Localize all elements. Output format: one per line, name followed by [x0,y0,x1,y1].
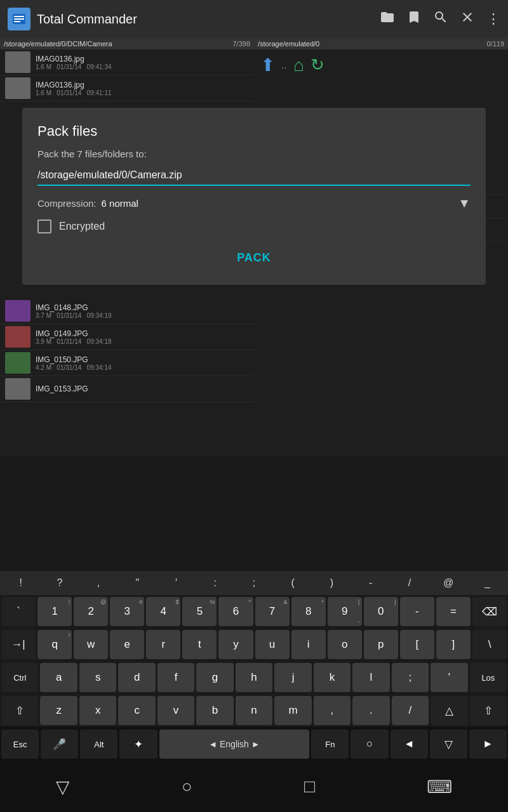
key-7[interactable]: 7& [255,597,290,626]
key-colon[interactable]: : [196,573,234,593]
key-tab[interactable]: →| [1,630,36,659]
key-a[interactable]: a [40,663,77,692]
key-semicolon[interactable]: ; [234,573,273,593]
key-question[interactable]: ? [40,573,79,593]
key-6[interactable]: 6^ [218,597,253,626]
key-q[interactable]: q! [37,630,72,659]
key-apostrophe[interactable]: ' [431,663,467,692]
folder-icon[interactable] [380,10,395,29]
home-icon[interactable]: ⌂ [293,55,304,75]
key-j[interactable]: j [274,663,311,692]
key-0[interactable]: 0) [364,597,398,626]
key-lparen[interactable]: ( [274,573,312,593]
backspace-key[interactable]: ⌫ [472,597,507,626]
mic-key[interactable]: 🎤 [41,730,78,759]
key-r[interactable]: r [146,630,180,659]
key-u[interactable]: u [255,630,290,659]
key-minus[interactable]: - [400,597,434,626]
dropdown-arrow-icon[interactable]: ▼ [458,196,471,211]
key-3[interactable]: 3# [110,597,144,626]
key-exclaim[interactable]: ! [1,573,40,593]
shift-left-key[interactable]: ⇧ [1,696,38,725]
esc-key[interactable]: Esc [1,730,39,759]
key-s[interactable]: s [79,663,116,692]
key-dash[interactable]: - [351,573,390,593]
key-o[interactable]: o [328,630,362,659]
key-d[interactable]: d [118,663,155,692]
nav-home-button[interactable]: ○ [182,776,192,797]
list-item[interactable]: IMG_0148.JPG 3.7 M 01/31/14 09:34:19 [0,298,254,324]
special-key[interactable]: ✦ [119,730,157,759]
key-equals[interactable]: = [436,597,471,626]
bookmark-icon[interactable] [406,10,422,29]
key-c[interactable]: c [118,696,155,725]
key-n[interactable]: n [236,696,272,725]
key-comma2[interactable]: , [314,696,351,725]
key-down[interactable]: ▽ [430,730,467,759]
key-b[interactable]: b [196,696,233,725]
key-y[interactable]: y [218,630,253,659]
key-quote[interactable]: " [118,573,157,593]
space-key[interactable]: ◄ English ► [159,730,310,759]
nav-recents-button[interactable]: □ [304,776,315,797]
list-item[interactable]: IMG_0150.JPG 4.2 M 01/31/14 09:34:14 [0,350,254,376]
encrypted-checkbox[interactable] [37,219,51,233]
nav-keyboard-button[interactable]: ⌨ [427,776,452,797]
key-v[interactable]: v [157,696,194,725]
key-f[interactable]: f [157,663,194,692]
list-item[interactable]: IMG_0149.JPG 3.9 M 01/31/14 09:34:18 [0,324,254,350]
key-9[interactable]: 9(- [328,597,362,626]
key-8[interactable]: 8* [291,597,326,626]
key-e[interactable]: e [110,630,144,659]
search-icon[interactable] [433,10,448,29]
alt-key[interactable]: Alt [80,730,117,759]
key-rparen[interactable]: ) [312,573,351,593]
key-x[interactable]: x [79,696,116,725]
key-t[interactable]: t [182,630,217,659]
more-icon[interactable]: ⋮ [486,11,500,27]
key-g[interactable]: g [196,663,233,692]
shift-right-key[interactable]: ⇧ [470,696,507,725]
key-m[interactable]: m [274,696,311,725]
key-right[interactable]: ► [469,730,507,759]
svg-rect-3 [14,21,20,22]
list-item[interactable]: IMAG0136.jpg 1.6 M 01/31/14 09:41:34 [0,49,254,75]
key-lbracket[interactable]: [ [400,630,434,659]
key-period[interactable]: . [352,696,389,725]
key-5[interactable]: 5% [182,597,217,626]
key-at[interactable]: @ [429,573,468,593]
close-icon[interactable] [460,10,475,29]
key-apos[interactable]: ' [157,573,196,593]
key-slash2[interactable]: / [392,696,429,725]
upload-icon[interactable]: ⬆ [260,55,275,75]
refresh-icon[interactable]: ↻ [311,55,324,75]
key-4[interactable]: 4$ [146,597,180,626]
key-1[interactable]: 1! [37,597,72,626]
key-underscore[interactable]: _ [468,573,507,593]
key-w[interactable]: w [74,630,108,659]
key-circle[interactable]: ○ [351,730,388,759]
ctrl-key[interactable]: Ctrl [1,663,38,692]
key-triangle[interactable]: △ [431,696,467,725]
key-backslash[interactable]: \ [472,630,507,659]
key-z[interactable]: z [40,696,77,725]
key-semicolon2[interactable]: ; [392,663,429,692]
pack-button[interactable]: PACK [37,246,471,270]
list-item[interactable]: IMG_0153.JPG [0,376,254,402]
key-comma[interactable]: , [79,573,117,593]
key-k[interactable]: k [314,663,351,692]
list-item[interactable]: IMAG0136.jpg 1.6 M 01/31/14 09:41:11 [0,75,254,102]
key-p[interactable]: p [364,630,398,659]
los-key[interactable]: Los [470,663,507,692]
key-l[interactable]: l [352,663,389,692]
nav-back-button[interactable]: ▽ [56,776,70,797]
key-left[interactable]: ◄ [391,730,428,759]
key-i[interactable]: i [291,630,326,659]
key-rbracket[interactable]: ] [436,630,471,659]
key-backtick[interactable]: ` [1,597,36,626]
pack-path-input[interactable] [37,166,471,186]
key-slash[interactable]: / [390,573,429,593]
key-2[interactable]: 2@ [74,597,108,626]
key-h[interactable]: h [236,663,272,692]
fn-key[interactable]: Fn [311,730,349,759]
